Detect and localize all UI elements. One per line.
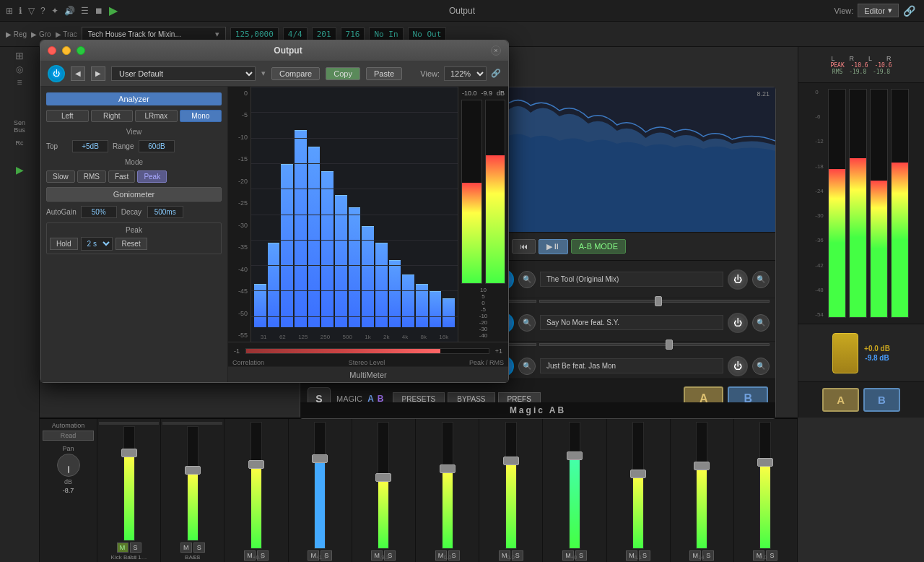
- reset-btn[interactable]: Reset: [116, 238, 147, 250]
- ch3-thumb[interactable]: [248, 460, 264, 469]
- next-preset-btn[interactable]: ▶: [91, 66, 105, 81]
- meter-a-btn[interactable]: A: [822, 388, 859, 412]
- ch2-s-btn[interactable]: S: [193, 542, 205, 553]
- hold-time-select[interactable]: 2 s: [81, 237, 113, 251]
- mode-fast-btn[interactable]: Fast: [108, 170, 135, 183]
- track-4-search[interactable]: 🔍: [752, 314, 770, 332]
- ch10-fader[interactable]: [696, 422, 707, 549]
- ch5-thumb[interactable]: [375, 473, 391, 482]
- ch4-fader[interactable]: [314, 422, 326, 549]
- ch7-thumb[interactable]: [503, 457, 519, 465]
- ch11-thumb[interactable]: [757, 458, 773, 467]
- pan-knob[interactable]: [57, 454, 80, 477]
- peak-values: PEAK -10.6 -10.6: [830, 62, 892, 69]
- window-title: Output: [449, 6, 475, 16]
- l2-meter-fill-big: [871, 181, 887, 317]
- fader-4-thumb[interactable]: [666, 340, 673, 350]
- collapse-reg[interactable]: ▶ Reg: [6, 30, 27, 38]
- compare-button[interactable]: Compare: [271, 67, 320, 80]
- ch8-fader[interactable]: [569, 422, 580, 549]
- plugin-close-alt[interactable]: ×: [491, 46, 501, 56]
- ch6-thumb[interactable]: [440, 464, 456, 473]
- goniometer-btn[interactable]: Goniometer: [46, 187, 222, 202]
- track-1-search[interactable]: 🔍: [518, 271, 536, 288]
- ch-right-btn[interactable]: Right: [91, 110, 134, 122]
- ch9-thumb[interactable]: [630, 470, 646, 478]
- prev-preset-btn[interactable]: ◀: [71, 66, 85, 81]
- track-2-search[interactable]: 🔍: [752, 271, 770, 288]
- view-section-label: View: [46, 128, 222, 136]
- play-icon[interactable]: ▶: [16, 164, 24, 176]
- range-value[interactable]: 60dB: [139, 140, 175, 152]
- ch1-fader-h[interactable]: [99, 422, 159, 425]
- channel-buttons: Left Right LRmax Mono: [46, 110, 222, 122]
- hold-btn[interactable]: Hold: [50, 238, 78, 250]
- ch-left-btn[interactable]: Left: [46, 110, 89, 122]
- decay-value[interactable]: 500ms: [147, 206, 183, 218]
- mode-rms-btn[interactable]: RMS: [77, 170, 106, 183]
- ch5-fader[interactable]: [378, 422, 389, 549]
- tempo-display: 201: [312, 27, 336, 41]
- track-2-power[interactable]: ⏻: [728, 269, 748, 290]
- mode-peak-btn[interactable]: Peak: [137, 170, 167, 183]
- ch7-fader[interactable]: [505, 422, 517, 549]
- fader-4[interactable]: [539, 343, 770, 346]
- track-4-power[interactable]: ⏻: [728, 313, 748, 333]
- play-pause-btn[interactable]: ▶⏸: [539, 239, 568, 254]
- rewind-btn[interactable]: ⏮: [512, 239, 536, 254]
- ch6-fader[interactable]: [442, 422, 453, 549]
- ch2-fader-thumb[interactable]: [185, 466, 201, 475]
- collapse-group[interactable]: ▶ Gro: [31, 30, 51, 38]
- track-dropdown-icon[interactable]: ▾: [215, 30, 219, 39]
- track-6-power[interactable]: ⏻: [728, 356, 748, 376]
- read-label[interactable]: Read: [43, 431, 94, 441]
- sidebar-icon-3[interactable]: ≡: [17, 77, 22, 87]
- ch-mono-btn[interactable]: Mono: [180, 110, 222, 122]
- ch1-fader-v[interactable]: [123, 426, 135, 541]
- preset-selector[interactable]: User Default: [111, 66, 256, 81]
- ch3-fader[interactable]: [250, 422, 262, 549]
- view-percent-select[interactable]: 122%: [444, 66, 487, 81]
- ch-lrmax-btn[interactable]: LRmax: [135, 110, 178, 122]
- output-fader-knob[interactable]: [832, 333, 858, 373]
- ch9-fader[interactable]: [632, 422, 644, 549]
- meter-b-btn[interactable]: B: [863, 388, 900, 412]
- grid-line-90: [251, 316, 458, 317]
- top-value[interactable]: +5dB: [72, 140, 108, 152]
- freq-bar-10: [389, 260, 401, 327]
- ch4-thumb[interactable]: [312, 454, 328, 463]
- track-3-search[interactable]: 🔍: [518, 314, 536, 332]
- ch2-fader-h[interactable]: [162, 422, 222, 425]
- track-6-search[interactable]: 🔍: [752, 358, 770, 375]
- power-button[interactable]: ⏻: [48, 65, 65, 82]
- fader-2-thumb[interactable]: [655, 296, 662, 306]
- daw-icon-play[interactable]: ▶: [109, 4, 118, 17]
- mode-slow-btn[interactable]: Slow: [46, 170, 75, 183]
- autogain-value[interactable]: 50%: [81, 206, 117, 218]
- mode-buttons: Slow RMS Fast Peak: [46, 170, 222, 183]
- editor-view-btn[interactable]: Editor ▾: [858, 4, 899, 17]
- ch11-fader[interactable]: [759, 422, 771, 549]
- fader-2[interactable]: [539, 300, 770, 303]
- collapse-track[interactable]: ▶ Trac: [56, 30, 77, 38]
- minimize-button[interactable]: [62, 46, 71, 55]
- daw-icon-3: ▽: [28, 6, 35, 16]
- auto-label[interactable]: Sen Bus Rc: [14, 119, 25, 147]
- analyzer-title-btn[interactable]: Analyzer: [46, 92, 222, 105]
- maximize-button[interactable]: [77, 46, 85, 55]
- ch8-thumb[interactable]: [567, 451, 583, 460]
- ch1-fader-thumb[interactable]: [121, 449, 137, 457]
- ch10-thumb[interactable]: [694, 462, 710, 470]
- preset-dropdown-icon[interactable]: ▾: [261, 69, 266, 78]
- sidebar-icon-1[interactable]: ⊞: [15, 50, 24, 61]
- ch1-s-btn[interactable]: S: [130, 542, 141, 553]
- copy-button[interactable]: Copy: [326, 67, 360, 80]
- paste-button[interactable]: Paste: [366, 67, 402, 80]
- ch2-fader-v[interactable]: [187, 426, 199, 541]
- track-5-search[interactable]: 🔍: [518, 358, 536, 375]
- close-button[interactable]: [48, 46, 56, 55]
- sidebar-icon-2[interactable]: ◎: [16, 64, 23, 74]
- ch2-m-btn[interactable]: M: [180, 542, 192, 553]
- ab-mode-btn[interactable]: A-B MODE: [571, 239, 626, 254]
- ch1-m-btn[interactable]: M: [117, 542, 128, 553]
